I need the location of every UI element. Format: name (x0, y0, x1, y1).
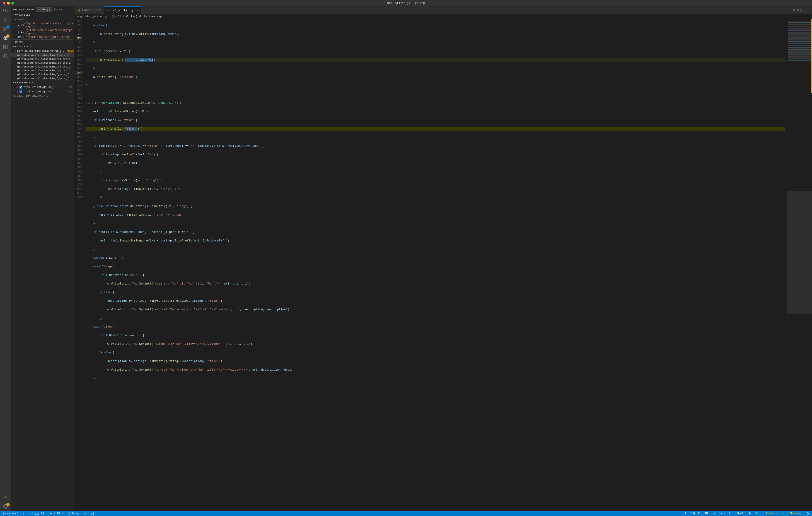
breakpoints-header[interactable]: ▾ BREAKPOINTS (11, 81, 74, 85)
code-line-352: } (86, 195, 785, 200)
code-line-350: if strings.HasSuffix(url, ".org") { (86, 178, 785, 183)
minimize-button[interactable] (7, 2, 10, 4)
exception-breakpoints-header[interactable]: ▶ EXCEPTION BREAKPOINTS (11, 94, 74, 98)
status-analysis-tools[interactable]: ⚠ Analysis Tools Missing (762, 512, 803, 515)
status-tab-size[interactable]: Tab Size: 4 (712, 512, 731, 515)
callstack-frame-6[interactable]: github.com/niklasfasching/go-org/org.Wri… (11, 76, 74, 80)
account-activity-icon[interactable] (3, 495, 8, 500)
status-debug-session[interactable]: Debug (go-org) (67, 512, 95, 515)
variables-section: ▾ VARIABLES ▾ Local ▶ w: <*github.com/ni… (11, 13, 74, 39)
status-go-version[interactable]: Go 1.16.2 (48, 512, 64, 515)
extensions-activity-icon[interactable] (3, 44, 8, 50)
more-tabs-icon[interactable]: ··· (804, 8, 810, 12)
watch-header[interactable]: ▶ WATCH (11, 40, 74, 44)
code-content[interactable]: } else { w.WriteString(t.Time.Format(tim… (84, 19, 787, 511)
toggle-sidebar-icon[interactable]: ◫ (800, 8, 803, 13)
activity-bar-bottom: 1 (3, 495, 8, 511)
code-editor[interactable]: 332 333 334 335 336 337 338 339 340 341 … (74, 19, 812, 511)
status-language[interactable]: Go (754, 512, 759, 515)
status-branch[interactable]: master* (2, 512, 19, 515)
thread-name: github.com/niklasfasching/g... (17, 50, 66, 53)
line-num-357: 357 (75, 127, 83, 131)
tab-launch-json[interactable]: {} launch.json (74, 6, 104, 14)
sidebar: RUN AND DEBUG ▶ Debug ▾ ⚙ ··· ▾ VARIABLE… (11, 6, 74, 511)
debug-activity-icon[interactable]: 1 (3, 35, 8, 41)
line-num-367: 367 (75, 170, 83, 174)
svg-line-3 (6, 21, 7, 22)
source-control-badge: 4 (6, 25, 9, 29)
svg-rect-15 (4, 47, 5, 49)
callstack-frame-3[interactable]: github.com/niklasfasching/go-org/org.Wri… (11, 65, 74, 69)
window-controls (3, 2, 14, 4)
breakpoint-check-1[interactable] (20, 90, 22, 93)
settings-activity-icon[interactable]: 1 (3, 504, 8, 509)
status-notifications[interactable] (805, 512, 810, 515)
code-line-365: w.WriteString(fmt.Sprintf(`<a href="%s">… (86, 307, 785, 312)
line-num-339: 339 (75, 49, 83, 54)
close-button[interactable] (3, 2, 5, 4)
debug-dropdown-icon: ▾ (49, 8, 51, 11)
code-line-333: w.WriteString(t.Time.Format(timestampFor… (86, 32, 785, 36)
line-num-358: 358 (75, 131, 83, 135)
breakpoint-check-0[interactable] (20, 86, 22, 89)
warning-icon: ⚠ (763, 512, 765, 515)
variables-header[interactable]: ▾ VARIABLES (11, 13, 74, 17)
code-line-344: ▶ url = url[len("file:"):] (86, 127, 785, 131)
line-num-361: 361 (75, 144, 83, 148)
breakpoints-chevron: ▾ (13, 81, 14, 84)
tab-html-writer[interactable]: ∞ html_writer.go × (104, 6, 141, 14)
callstack-frame-0[interactable]: github.com/niklasfasching/go-org/org.(*H… (11, 53, 74, 57)
svg-rect-13 (4, 45, 5, 47)
tab-name-html-writer: html_writer.go (110, 9, 134, 12)
callstack-frame-2[interactable]: github.com/niklasfasching/go-org/org.(*H… (11, 61, 74, 65)
callstack-thread[interactable]: ▾ github.com/niklasfasching/g... PAUSED … (11, 49, 74, 53)
breadcrumb-org[interactable]: org (77, 15, 82, 18)
line-num-373: 373 (75, 195, 83, 200)
tab-close-icon[interactable]: × (136, 9, 138, 12)
variable-l[interactable]: ▶ l: <github.com/niklasfasching/go-org/o… (11, 29, 74, 35)
split-editor-icon[interactable]: ⊞ (793, 8, 795, 13)
line-num-365: 365 (75, 161, 83, 165)
activity-bar: 4 1 (0, 6, 11, 511)
exception-label: EXCEPTION BREAKPOINTS (17, 95, 49, 97)
errors-count: 0 (31, 512, 33, 515)
callstack-frame-1[interactable]: github.com/niklasfasching/go-org/org.Wri… (11, 57, 74, 61)
status-line-ending[interactable]: LF (747, 512, 752, 515)
debug-config-button[interactable]: ▶ Debug ▾ (36, 7, 52, 11)
line-num-350: 350 (75, 96, 83, 101)
variables-local-group[interactable]: ▾ Local (11, 18, 74, 22)
status-cursor[interactable]: Ln 336, Col 40 (684, 512, 709, 515)
sync-icon: ↻ (23, 512, 24, 515)
source-control-activity-icon[interactable]: 4 (3, 26, 8, 32)
code-line-373: } (86, 376, 785, 381)
variable-w[interactable]: ▶ w: <*github.com/niklasfasching/go-org/… (11, 22, 74, 29)
callstack-frame-4[interactable]: github.com/niklasfasching/go-org/org.(*H… (11, 69, 74, 72)
explorer-activity-icon[interactable] (3, 8, 8, 13)
callstack-frame-5[interactable]: github.com/niklasfasching/go-org/org.Wri… (11, 72, 74, 76)
breakpoint-1[interactable]: ● html_writer.go org 347 (11, 89, 74, 94)
code-line-358: } (86, 247, 785, 251)
breadcrumb-sep-2: › (109, 15, 111, 18)
breadcrumb-method[interactable]: (*HTMLWriter).WriteTimestamp (116, 15, 162, 18)
analysis-tools-text: Analysis Tools Missing (766, 512, 802, 515)
search-activity-icon[interactable] (3, 17, 8, 23)
variable-url[interactable]: url: "file:/images/figure_01.png" (11, 35, 74, 39)
debug-more-icon[interactable]: ··· (57, 8, 62, 11)
code-line-362: w.WriteString(fmt.Sprintf(`<img src="%s"… (86, 281, 785, 286)
toggle-panel-icon[interactable]: ⊟ (796, 8, 799, 13)
breakpoint-0[interactable]: ● html_writer.go org 342 (11, 85, 74, 89)
callstack-label: CALL STACK (15, 45, 32, 48)
svg-text:f: f (113, 16, 114, 18)
line-num-342: 342 (75, 62, 83, 66)
settings-badge: 1 (6, 503, 9, 506)
callstack-header[interactable]: ▾ CALL STACK (11, 44, 74, 49)
status-errors[interactable]: ⊘ 0 △ △ 19 (28, 512, 45, 515)
debug-gear-icon[interactable]: ⚙ (54, 7, 55, 11)
maximize-button[interactable] (11, 2, 14, 4)
line-num-337: 337 (75, 40, 83, 45)
remote-activity-icon[interactable] (3, 54, 8, 59)
breadcrumb-file[interactable]: html_writer.go (85, 15, 108, 18)
minimap[interactable] (787, 19, 812, 511)
status-encoding[interactable]: UTF-8 (734, 512, 744, 515)
status-sync[interactable]: ↻ (22, 512, 25, 515)
